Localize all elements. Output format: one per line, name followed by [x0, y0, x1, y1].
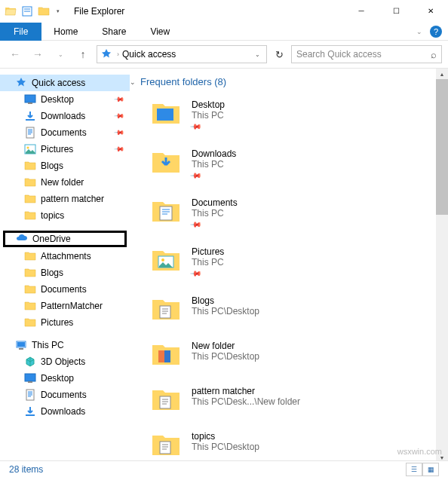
search-placeholder: Search Quick access [296, 49, 431, 60]
folder-item[interactable]: Pictures This PC 📌 [130, 242, 448, 291]
sidebar-item[interactable]: Desktop [0, 370, 130, 387]
scrollbar-track[interactable]: ▲ ▼ [436, 69, 448, 463]
folder-name: Blogs [192, 295, 259, 306]
app-icon [5, 5, 17, 17]
view-icons-button[interactable]: ▦ [422, 463, 439, 476]
nav-up-button[interactable]: ↑ [74, 45, 92, 63]
qat-dropdown-icon[interactable]: ▾ [54, 5, 62, 17]
thispc-icon [15, 339, 27, 351]
search-input[interactable]: Search Quick access ⌕ [291, 45, 442, 63]
help-icon[interactable]: ? [430, 26, 442, 38]
folder-icon [24, 193, 36, 205]
nav-back-button[interactable]: ← [6, 45, 24, 63]
downloads-icon [24, 405, 36, 417]
scrollbar-thumb[interactable] [436, 79, 448, 215]
folder-item[interactable]: Documents This PC 📌 [130, 193, 448, 242]
refresh-button[interactable]: ↻ [272, 45, 287, 63]
folder-large-icon [151, 246, 181, 274]
sidebar-item[interactable]: Documents [0, 281, 130, 298]
sidebar: Quick access Desktop📌Downloads📌Documents… [0, 69, 130, 463]
nav-forward-button[interactable]: → [29, 45, 47, 63]
3d-icon [24, 356, 36, 368]
nav-recent-dropdown[interactable]: ⌄ [51, 45, 69, 63]
sidebar-item[interactable]: pattern matcher [0, 191, 130, 207]
sidebar-item[interactable]: Blogs [0, 264, 130, 281]
folder-path: This PC\Desktop [192, 442, 259, 452]
sidebar-onedrive[interactable]: OneDrive [3, 231, 127, 247]
qat-newfolder-icon[interactable] [38, 5, 50, 17]
section-title: Frequent folders (8) [140, 76, 226, 87]
folder-item[interactable]: New folder This PC\Desktop [130, 336, 448, 381]
sidebar-item[interactable]: topics [0, 207, 130, 224]
folder-item[interactable]: Downloads This PC 📌 [130, 144, 448, 193]
sidebar-thispc[interactable]: This PC [0, 337, 130, 353]
address-icon [100, 48, 112, 60]
folder-item[interactable]: Blogs This PC\Desktop [130, 291, 448, 336]
pin-icon: 📌 [114, 144, 125, 155]
folder-path: This PC\Desktop [192, 306, 259, 316]
close-button[interactable]: ✕ [413, 0, 448, 23]
tab-home[interactable]: Home [41, 23, 90, 41]
address-text: Quick access [122, 49, 252, 60]
folder-path: This PC [192, 110, 225, 121]
folder-path: This PC\Desktop [192, 351, 259, 362]
folder-item[interactable]: pattern matcher This PC\Desk...\New fold… [130, 381, 448, 427]
sidebar-item[interactable]: 3D Objects [0, 353, 130, 370]
folder-large-icon [151, 148, 181, 176]
address-dropdown-icon[interactable]: ⌄ [252, 51, 263, 58]
pin-icon: 📌 [190, 219, 201, 230]
address-bar[interactable]: › Quick access ⌄ [97, 45, 267, 63]
folder-path: This PC\Desk...\New folder [192, 396, 300, 407]
sidebar-item[interactable]: Desktop📌 [0, 91, 130, 108]
folder-large-icon [151, 341, 181, 368]
ribbon-expand-icon[interactable]: ⌄ [416, 28, 422, 35]
folder-name: topics [192, 431, 259, 442]
tab-share[interactable]: Share [90, 23, 138, 41]
sidebar-item[interactable]: Documents [0, 387, 130, 403]
tab-file[interactable]: File [0, 23, 41, 41]
svg-rect-17 [160, 442, 170, 454]
pin-icon: 📌 [114, 94, 125, 105]
sidebar-item[interactable]: Pictures📌 [0, 141, 130, 157]
tab-view[interactable]: View [138, 23, 182, 41]
folder-icon [24, 283, 36, 295]
sidebar-item[interactable]: Downloads📌 [0, 108, 130, 124]
sidebar-item[interactable]: Attachments [0, 248, 130, 264]
svg-rect-13 [160, 306, 170, 318]
folder-path: This PC [192, 159, 236, 170]
svg-rect-15 [164, 350, 170, 362]
minimize-button[interactable]: ─ [344, 0, 379, 23]
sidebar-item[interactable]: New folder [0, 174, 130, 191]
folder-icon [24, 300, 36, 312]
sidebar-item[interactable]: Documents📌 [0, 124, 130, 141]
titlebar: ▾ File Explorer ─ ☐ ✕ [0, 0, 448, 23]
pin-icon: 📌 [190, 268, 201, 279]
folder-path: This PC [192, 257, 224, 268]
ribbon-tabs: File Home Share View ⌄ ? [0, 23, 448, 41]
sidebar-item[interactable]: Blogs [0, 157, 130, 174]
folder-icon [24, 316, 36, 329]
sidebar-quick-access[interactable]: Quick access [0, 75, 130, 91]
view-details-button[interactable]: ☰ [406, 463, 422, 476]
sidebar-item[interactable]: Downloads [0, 403, 130, 420]
qat-properties-icon[interactable] [21, 5, 33, 17]
scroll-up-button[interactable]: ▲ [436, 69, 448, 79]
svg-rect-14 [158, 350, 164, 362]
content-pane: ⌄ Frequent folders (8) Desktop This PC 📌… [130, 69, 448, 463]
breadcrumb-chevron-icon[interactable]: › [117, 50, 119, 58]
sidebar-item[interactable]: PatternMatcher [0, 298, 130, 314]
pin-icon: 📌 [114, 127, 125, 139]
folder-large-icon [151, 295, 181, 323]
folder-item[interactable]: Desktop This PC 📌 [130, 95, 448, 144]
maximize-button[interactable]: ☐ [379, 0, 413, 23]
folder-large-icon [151, 197, 181, 225]
desktop-icon [24, 372, 36, 384]
window-title: File Explorer [74, 6, 344, 17]
section-header[interactable]: ⌄ Frequent folders (8) [130, 72, 448, 95]
watermark: wsxwin.com [397, 447, 442, 456]
search-icon: ⌕ [431, 49, 437, 60]
folder-item[interactable]: topics This PC\Desktop [130, 427, 448, 463]
folder-icon [24, 209, 36, 222]
sidebar-item[interactable]: Pictures [0, 314, 130, 331]
folder-large-icon [151, 431, 181, 458]
